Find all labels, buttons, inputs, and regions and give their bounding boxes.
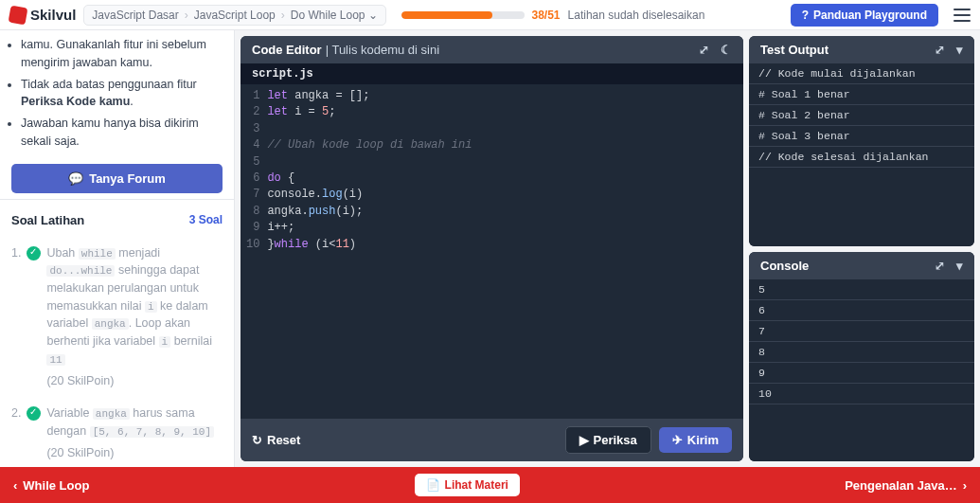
test-output-header: Test Output ⤢▾ <box>749 36 974 63</box>
logo-icon <box>9 5 28 25</box>
exercise-header: Soal Latihan 3 Soal <box>0 199 234 235</box>
moon-icon[interactable]: ☾ <box>721 43 732 57</box>
chevron-right-icon: › <box>281 9 285 22</box>
progress-bar <box>401 11 525 19</box>
top-header: Skilvul JavaScript Dasar › JavaScript Lo… <box>0 0 980 30</box>
more-icon[interactable]: ▾ <box>956 259 963 273</box>
check-icon <box>27 406 41 421</box>
playground-guide-button[interactable]: ?Panduan Playground <box>791 4 938 27</box>
file-tab[interactable]: script.js <box>241 63 743 84</box>
next-lesson[interactable]: Pengenalan Java…› <box>845 478 967 493</box>
submit-button[interactable]: ✈Kirim <box>659 427 732 453</box>
console-body: 5678910 <box>749 279 974 462</box>
progress-text: 38/51 <box>532 9 561 22</box>
test-output-body: // Kode mulai dijalankan# Soal 1 benar# … <box>749 63 974 246</box>
reset-button[interactable]: ↻Reset <box>252 433 300 447</box>
editor-footer: ↻Reset ▶Periksa ✈Kirim <box>241 419 743 461</box>
chevron-right-icon: › <box>185 9 188 22</box>
chevron-down-icon: ⌄ <box>368 9 378 22</box>
exercise-list: 1.Ubah while menjadi do...while sehingga… <box>0 235 234 468</box>
check-button[interactable]: ▶Periksa <box>565 426 651 454</box>
forum-button[interactable]: 💬Tanya Forum <box>11 164 223 193</box>
bc-1[interactable]: JavaScript Loop <box>194 9 276 22</box>
prev-lesson[interactable]: ‹While Loop <box>13 478 89 493</box>
chevron-left-icon: ‹ <box>13 478 17 493</box>
sidebar: kamu. Gunakanlah fitur ini sebelum mengi… <box>0 30 235 467</box>
editor-header: Code Editor| Tulis kodemu di sini ⤢☾ <box>241 36 743 63</box>
code-area[interactable]: 12345678910 let angka = [];let i = 5; //… <box>241 84 743 419</box>
breadcrumb[interactable]: JavaScript Dasar › JavaScript Loop › Do … <box>83 5 385 26</box>
menu-icon[interactable] <box>953 9 971 22</box>
bottom-nav: ‹While Loop 📄Lihat Materi Pengenalan Jav… <box>0 467 980 503</box>
console-panel: Console ⤢▾ 5678910 <box>749 252 974 462</box>
question-icon: ? <box>802 9 809 22</box>
exercise-count: 3 Soal <box>189 213 223 226</box>
progress: 38/51 <box>401 9 561 22</box>
bc-2[interactable]: Do While Loop ⌄ <box>291 9 378 22</box>
chevron-right-icon: › <box>963 478 967 493</box>
bc-0[interactable]: JavaScript Dasar <box>92 9 178 22</box>
done-label: Latihan sudah diselesaikan <box>568 9 705 22</box>
chat-icon: 💬 <box>68 171 83 186</box>
play-icon: ▶ <box>579 433 589 447</box>
expand-icon[interactable]: ⤢ <box>935 43 945 57</box>
view-material-button[interactable]: 📄Lihat Materi <box>415 474 520 496</box>
code-editor-panel: Code Editor| Tulis kodemu di sini ⤢☾ scr… <box>241 36 743 461</box>
expand-icon[interactable]: ⤢ <box>935 259 945 273</box>
logo-text: Skilvul <box>30 7 76 23</box>
logo[interactable]: Skilvul <box>9 7 76 24</box>
exercise-item: 1.Ubah while menjadi do...while sehingga… <box>11 239 223 400</box>
expand-icon[interactable]: ⤢ <box>699 43 709 57</box>
more-icon[interactable]: ▾ <box>956 43 963 57</box>
send-icon: ✈ <box>672 433 683 447</box>
document-icon: 📄 <box>426 478 440 492</box>
test-output-panel: Test Output ⤢▾ // Kode mulai dijalankan#… <box>749 36 974 246</box>
check-icon <box>27 246 41 260</box>
instructions: kamu. Gunakanlah fitur ini sebelum mengi… <box>0 30 234 158</box>
refresh-icon: ↻ <box>252 433 262 447</box>
console-header: Console ⤢▾ <box>749 252 974 279</box>
exercise-item: 2.Variable angka harus sama dengan [5, 6… <box>11 399 223 467</box>
